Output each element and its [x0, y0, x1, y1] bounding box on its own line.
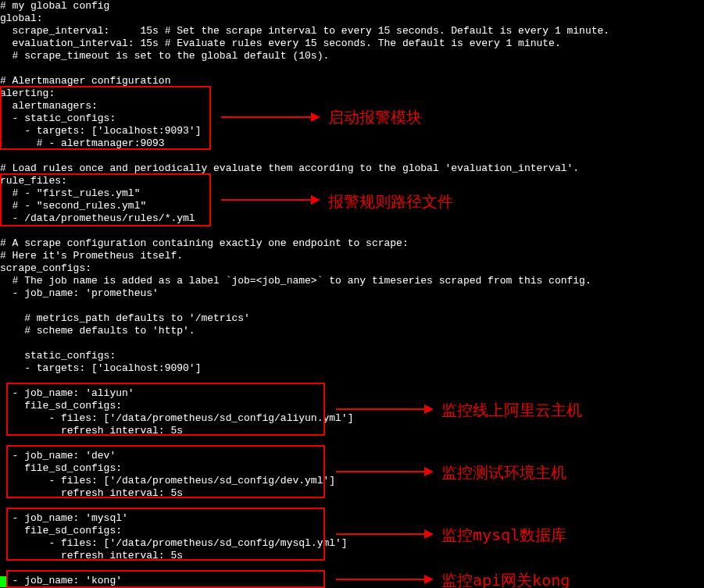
config-line: evaluation_interval: 15s # Evaluate rule…	[0, 37, 561, 50]
config-line: - job_name: 'mysql'	[0, 512, 128, 525]
config-line: refresh_interval: 5s	[0, 550, 183, 562]
arrow-head-icon	[424, 467, 434, 476]
config-line: # - alertmanager:9093	[0, 137, 165, 150]
config-line: # Here it's Prometheus itself.	[0, 250, 183, 262]
terminal-cursor	[0, 576, 6, 587]
config-line: # A scrape configuration containing exac…	[0, 237, 409, 250]
annotation-label: 监控测试环境主机	[441, 464, 566, 481]
arrow-line	[336, 471, 426, 472]
arrow-line	[221, 199, 313, 201]
annotation-label: 监控api网关kong	[441, 572, 570, 588]
config-line: rule_files:	[0, 175, 67, 187]
config-line: # scheme defaults to 'http'.	[0, 325, 195, 337]
config-line: - static_configs:	[0, 112, 116, 125]
config-line: - files: ['/data/prometheus/sd_config/de…	[0, 475, 335, 487]
config-line: # - "first_rules.yml"	[0, 187, 140, 200]
config-line: # my global config	[0, 0, 109, 12]
config-line: refresh_interval: 5s	[0, 425, 183, 437]
config-line: scrape_interval: 15s # Set the scrape in…	[0, 25, 609, 37]
config-line: file_sd_configs:	[0, 525, 122, 537]
config-line: refresh_interval: 5s	[0, 487, 183, 500]
config-line: static_configs:	[0, 350, 116, 362]
config-line: - job_name: 'kong'	[0, 575, 122, 587]
arrow-head-icon	[311, 112, 320, 122]
arrow-head-icon	[424, 575, 434, 584]
annotation-label: 报警规则路径文件	[328, 193, 453, 210]
config-line: - job_name: 'aliyun'	[0, 387, 134, 400]
annotation-label: 监控线上阿里云主机	[441, 401, 582, 419]
config-line: # scrape_timeout is set to the global de…	[0, 50, 329, 62]
config-line: # - "second_rules.yml"	[0, 200, 146, 212]
config-line: - targets: ['localhost:9093']	[0, 125, 201, 137]
config-line: file_sd_configs:	[0, 462, 122, 475]
config-line: alerting:	[0, 87, 55, 100]
arrow-head-icon	[424, 529, 434, 539]
config-line: # The job name is added as a label `job=…	[0, 275, 591, 287]
arrow-head-icon	[311, 195, 320, 205]
config-line: # Alertmanager configuration	[0, 75, 170, 87]
config-line: - files: ['/data/prometheus/sd_config/my…	[0, 537, 348, 550]
config-line: - /data/prometheus/rules/*.yml	[0, 212, 195, 225]
config-line: - job_name: 'dev'	[0, 450, 116, 462]
arrow-line	[336, 408, 426, 410]
annotation-label: 监控mysql数据库	[441, 526, 566, 543]
config-line: - targets: ['localhost:9090']	[0, 362, 201, 375]
arrow-line	[336, 579, 426, 580]
config-line: scrape_configs:	[0, 262, 91, 275]
config-line: alertmanagers:	[0, 100, 98, 112]
arrow-line	[336, 533, 426, 535]
config-line: - job_name: 'prometheus'	[0, 287, 159, 300]
config-line: # metrics_path defaults to '/metrics'	[0, 312, 250, 325]
config-line: file_sd_configs:	[0, 400, 122, 412]
config-line: # Load rules once and periodically evalu…	[0, 162, 579, 175]
arrow-head-icon	[424, 404, 434, 414]
annotation-label: 启动报警模块	[328, 109, 422, 126]
arrow-line	[221, 116, 313, 118]
config-line: global:	[0, 12, 43, 25]
config-line: - files: ['/data/prometheus/sd_config/al…	[0, 412, 353, 425]
